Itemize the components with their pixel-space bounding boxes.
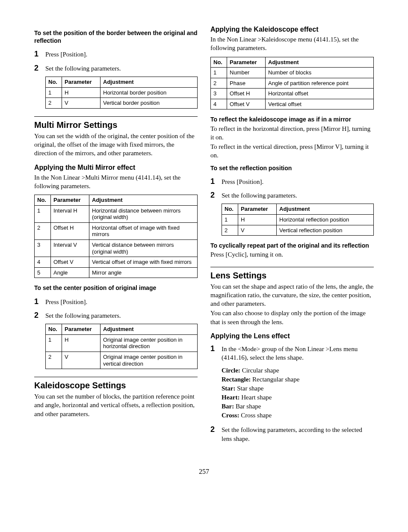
apply-multi-intro: In the Non Linear >Multi Mirror menu (41… [34, 173, 198, 191]
lens-shape-list: Circle: Circular shape Rectangle: Rectan… [222, 366, 374, 420]
step-text: Press [Position]. [45, 50, 198, 59]
heading-multi-mirror: Multi Mirror Settings [34, 116, 198, 130]
th-parameter: Parameter [62, 324, 101, 335]
shape-desc: Cross shape [239, 412, 272, 419]
cell: Offset H [227, 89, 266, 99]
heading-apply-lens: Applying the Lens effect [210, 332, 374, 340]
th-adjustment: Adjustment [101, 77, 198, 87]
cell: 2 [46, 98, 62, 109]
shape-label: Rectangle: [222, 376, 251, 383]
table-row: 4Offset VVertical offset of image with f… [35, 257, 198, 268]
cell: 1 [35, 205, 51, 222]
th-no: No. [222, 204, 238, 215]
shape-circle: Circle: Circular shape [222, 366, 374, 375]
th-parameter: Parameter [238, 204, 277, 215]
step-2: 2 Set the following parameters. [34, 63, 198, 73]
th-parameter: Parameter [227, 57, 266, 68]
step-number: 2 [34, 310, 45, 320]
cell: Mirror angle [89, 267, 198, 278]
shape-label: Star: [222, 385, 236, 392]
step-number: 2 [34, 63, 45, 73]
heading-apply-kaleidoscope: Applying the Kaleidoscope effect [210, 26, 374, 33]
step-text: Set the following parameters. [222, 191, 374, 200]
step-2: 2 Set the following parameters. [34, 310, 198, 320]
shape-star: Star: Star shape [222, 384, 374, 393]
step-2: 2 Set the following parameters, accordin… [210, 424, 374, 443]
cell: H [62, 334, 101, 352]
step-text: Set the following parameters. [45, 64, 198, 73]
border-position-table: No. Parameter Adjustment 1 H Horizontal … [45, 77, 198, 109]
th-parameter: Parameter [62, 77, 101, 87]
step-number: 1 [34, 296, 45, 307]
table-row: 1Interval HHorizontal distance between m… [35, 205, 198, 222]
cell: Vertical border position [101, 98, 198, 109]
lens-intro-2: You can also choose to display only the … [210, 309, 374, 326]
kaleidoscope-table: No. Parameter Adjustment 1NumberNumber o… [210, 57, 374, 110]
shape-cross: Cross: Cross shape [222, 411, 374, 420]
cell: Horizontal distance between mirrors (ori… [89, 205, 198, 222]
step-number: 2 [210, 190, 222, 200]
shape-bar: Bar: Bar shape [222, 402, 374, 411]
cyclic-body: Press [Cyclic], turning it on. [210, 250, 374, 259]
apply-kaleido-intro: In the Non Linear >Kaleidoscope menu (41… [210, 35, 374, 53]
table-row: 1HHorizontal reflection position [222, 215, 374, 225]
th-parameter: Parameter [51, 195, 89, 206]
multi-mirror-table: No. Parameter Adjustment 1Interval HHori… [34, 195, 198, 278]
th-no: No. [35, 195, 51, 206]
cell: Offset V [51, 257, 89, 268]
cell: Original image center position in vertic… [101, 352, 198, 369]
shape-label: Bar: [222, 403, 234, 410]
cell: 2 [211, 78, 227, 89]
cell: Horizontal offset of image with fixed mi… [89, 222, 198, 239]
step-1: 1 Press [Position]. [34, 49, 198, 59]
reflect-h-text: To reflect in the horizontal direction, … [210, 124, 374, 142]
cell: 3 [35, 239, 51, 257]
heading-border-position: To set the position of the border betwee… [34, 29, 198, 44]
reflect-v-text: To reflect in the vertical direction, pr… [210, 142, 374, 160]
step-1: 1 Press [Position]. [34, 296, 198, 307]
cell: 1 [222, 215, 238, 225]
cell: H [62, 87, 101, 98]
table-header-row: No. Parameter Adjustment [35, 195, 198, 206]
heading-kaleidoscope: Kaleidoscope Settings [34, 377, 198, 390]
table-row: 2PhaseAngle of partition reference point [211, 78, 374, 89]
cell: 3 [211, 89, 227, 99]
step-number: 1 [210, 343, 222, 354]
step-1: 1 In the <Mode> group of the Non Linear … [210, 343, 374, 362]
th-no: No. [211, 57, 227, 68]
cell: Number of blocks [266, 68, 374, 78]
cell: Interval V [51, 239, 89, 257]
center-position-table: No. Parameter Adjustment 1HOriginal imag… [45, 324, 198, 369]
cell: 1 [46, 87, 62, 98]
cell: Phase [227, 78, 266, 89]
cell: Horizontal border position [101, 87, 198, 98]
step-text: Press [Position]. [45, 298, 198, 306]
cell: V [62, 98, 101, 109]
step-number: 2 [210, 424, 222, 434]
cell: Vertical reflection position [277, 225, 374, 236]
table-row: 5AngleMirror angle [35, 267, 198, 278]
cell: Vertical offset [266, 99, 374, 109]
page-number: 257 [34, 468, 374, 476]
th-no: No. [46, 324, 62, 335]
cell: 2 [46, 352, 62, 369]
cell: Number [227, 68, 266, 78]
table-row: 1HOriginal image center position in hori… [46, 334, 198, 352]
cell: 5 [35, 267, 51, 278]
step-2: 2 Set the following parameters. [210, 190, 374, 200]
table-row: 2VOriginal image center position in vert… [46, 352, 198, 369]
cell: 2 [35, 222, 51, 239]
table-header-row: No. Parameter Adjustment [46, 77, 198, 87]
table-row: 2VVertical reflection position [222, 225, 374, 236]
shape-heart: Heart: Heart shape [222, 393, 374, 402]
cell: Vertical offset of image with fixed mirr… [89, 257, 198, 268]
cell: 2 [222, 225, 238, 236]
step-number: 1 [210, 176, 222, 186]
shape-desc: Rectangular shape [251, 376, 299, 383]
shape-desc: Star shape [236, 385, 264, 392]
cell: Horizontal offset [266, 89, 374, 99]
table-row: 3Interval VVertical distance between mir… [35, 239, 198, 257]
cell: 4 [211, 99, 227, 109]
table-row: 4Offset VVertical offset [211, 99, 374, 109]
step-text: Press [Position]. [222, 177, 374, 186]
